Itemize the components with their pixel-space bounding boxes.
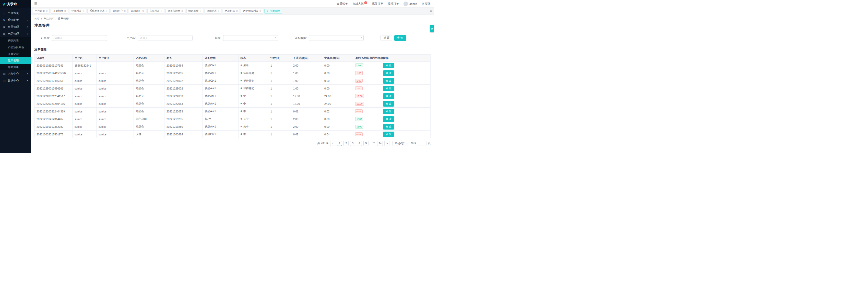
app-root: V 演示站 ⌂平台首页⚙系统配置▾◉会员管理▾▦产品管理▴产品列表产品预设列表开… [0, 0, 434, 153]
tab-bet-order-management[interactable]: ↻注单管理 [264, 9, 282, 13]
edit-button[interactable]: 修 改 [383, 63, 394, 68]
edit-button[interactable]: 修 改 [383, 132, 394, 137]
cell-match: 优品Ar+1 [203, 108, 239, 115]
breadcrumb-item[interactable]: 首页 [34, 17, 39, 21]
sidebar-subitem-realtime-bet-orders[interactable]: 即时注单 [0, 64, 31, 70]
tab-gift-bonus[interactable]: 赠送彩金× [186, 9, 203, 13]
tab-draw-records[interactable]: 开奖记录× [51, 9, 68, 13]
cell-bets: 1 [269, 131, 291, 138]
tab-trial-users[interactable]: 试玩用户× [129, 9, 146, 13]
status-dot [241, 65, 242, 66]
sidebar-subitem-product-list[interactable]: 产品列表 [0, 37, 31, 44]
close-icon[interactable]: × [64, 9, 66, 12]
tabs-menu-icon[interactable]: ≣ [430, 9, 432, 13]
cell-win: 0.00 [322, 69, 353, 77]
column-header-2: 用户名 [72, 55, 96, 62]
page-button-1[interactable]: 1 [337, 141, 342, 146]
close-icon[interactable]: × [236, 9, 238, 12]
sidebar-item-label: 数据中心 [8, 79, 19, 82]
tabbar: 平台首页×开奖记录×会员列表×系统配置列表×在线用户×试玩用户×充值列表×会员加… [31, 8, 434, 14]
edit-button[interactable]: 修 改 [383, 86, 394, 91]
tab-product-list[interactable]: 产品列表× [223, 9, 240, 13]
close-icon[interactable]: × [46, 9, 48, 12]
content-icon: ▤ [3, 72, 6, 75]
tab-member-credit[interactable]: 会员加款单× [165, 9, 185, 13]
page-button-4[interactable]: 4 [357, 141, 362, 146]
name-select[interactable]: ▾ [223, 35, 278, 41]
close-icon[interactable]: × [218, 9, 219, 12]
search-button[interactable]: 查 询 [394, 35, 406, 41]
header-link-withdraw-orders[interactable]: 提现订单 [388, 2, 399, 6]
tab-product-preset-list[interactable]: 产品预设列表× [241, 9, 263, 13]
match-data-select[interactable]: ▾ [309, 35, 364, 41]
sidebar-item-system-config[interactable]: ⚙系统配置▾ [0, 16, 31, 24]
page-button-2[interactable]: 2 [343, 141, 348, 146]
close-icon[interactable]: × [142, 9, 144, 12]
edit-button[interactable]: 修 改 [383, 109, 394, 114]
header-link-recharge-orders[interactable]: 充值订单 [372, 2, 383, 6]
edit-button[interactable]: 修 改 [383, 70, 394, 76]
sidebar-subitem-draw-records[interactable]: 开奖记录 [0, 50, 31, 57]
sidebar-subitem-bet-order-management[interactable]: 注单管理 [0, 57, 31, 64]
table-section-title: 注单管理 [34, 47, 431, 52]
cell-profit: -2.00 [353, 123, 381, 131]
cell-product: 唯品会 [134, 69, 164, 77]
tab-label: 充值列表 [149, 9, 160, 13]
tab-member-list[interactable]: 会员列表× [69, 9, 86, 13]
settings-drawer-handle[interactable]: ⚙ [430, 25, 434, 32]
page-button-3[interactable]: 3 [350, 141, 355, 146]
edit-button[interactable]: 修 改 [383, 116, 394, 122]
cell-status: 未中 [239, 123, 269, 131]
column-header-10: 中奖金额(元) [322, 55, 353, 62]
breadcrumb-item[interactable]: 产品管理 [43, 17, 54, 21]
edit-button[interactable]: 修 改 [383, 78, 394, 83]
goto-page-input[interactable] [418, 141, 427, 146]
order-no-input[interactable] [52, 35, 107, 41]
theme-toggle[interactable]: ⚙ 整体 [422, 2, 431, 6]
prev-page-button[interactable]: < [330, 141, 335, 146]
close-icon[interactable]: × [259, 9, 261, 12]
tab-online-users[interactable]: 在线用户× [111, 9, 128, 13]
close-icon[interactable]: × [200, 9, 201, 12]
close-icon[interactable]: × [83, 9, 84, 12]
next-page-button[interactable]: > [384, 141, 390, 146]
close-icon[interactable]: × [161, 9, 162, 12]
close-icon[interactable]: × [124, 9, 126, 12]
sidebar-item-data-center[interactable]: ◫数据中心▾ [0, 77, 31, 84]
cell-win: 0.00 [322, 84, 353, 92]
username-input[interactable] [137, 35, 192, 41]
status-dot [241, 88, 242, 89]
edit-button[interactable]: 修 改 [383, 124, 394, 130]
sidebar-item-platform-home[interactable]: ⌂平台首页 [0, 10, 31, 16]
page-button-24[interactable]: 24 [377, 141, 383, 146]
cell-total: 1.00 [291, 84, 322, 92]
close-icon[interactable]: × [106, 9, 107, 12]
header-link-online-count[interactable]: 在线人数2 [352, 2, 367, 6]
user-menu[interactable]: admin [403, 2, 417, 6]
sidebar-item-member-management[interactable]: ◉会员管理▾ [0, 24, 31, 30]
header-link-member-bills[interactable]: 会员账单 [337, 2, 348, 6]
tab-platform-home[interactable]: 平台首页× [33, 9, 50, 13]
edit-button[interactable]: 修 改 [383, 93, 394, 99]
profit-badge: 0.02 [355, 132, 363, 136]
close-icon[interactable]: × [181, 9, 183, 12]
sidebar: V 演示站 ⌂平台首页⚙系统配置▾◉会员管理▾▦产品管理▴产品列表产品预设列表开… [0, 0, 31, 153]
tab-withdraw-list[interactable]: 提现列表× [205, 9, 221, 13]
tab-recharge-list[interactable]: 充值列表× [147, 9, 164, 13]
brand-logo[interactable]: V 演示站 [0, 0, 31, 8]
goto-label: 前往 [411, 141, 416, 145]
sidebar-item-product-management[interactable]: ▦产品管理▴ [0, 30, 31, 37]
page-size-select[interactable]: 10 条/页 ▾ [393, 141, 409, 146]
tab-system-config-list[interactable]: 系统配置列表× [87, 9, 109, 13]
cell-actions: 修 改 [381, 131, 431, 138]
sidebar-subitem-product-preset-list[interactable]: 产品预设列表 [0, 44, 31, 50]
sidebar-item-content-center[interactable]: ▤内容中心▾ [0, 70, 31, 77]
page-button-5[interactable]: 5 [363, 141, 369, 146]
cell-status: 未中 [239, 115, 269, 123]
chevron-down-icon: ▾ [27, 26, 28, 28]
refresh-icon[interactable]: ↻ [266, 10, 269, 12]
sidebar-collapse-icon[interactable]: ☰ [34, 2, 37, 6]
cell-profit: 12.00 [353, 92, 381, 100]
reset-button[interactable]: 重 置 [380, 35, 392, 41]
edit-button[interactable]: 修 改 [383, 101, 394, 107]
